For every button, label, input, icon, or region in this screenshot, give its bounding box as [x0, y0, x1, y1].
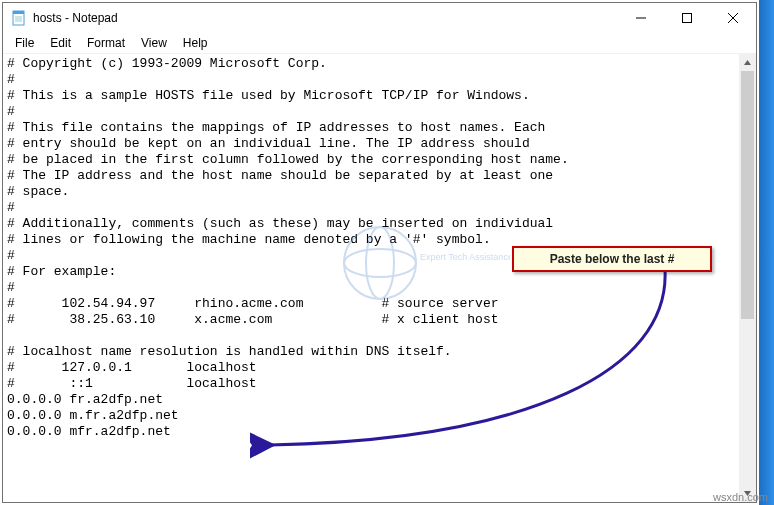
window-title: hosts - Notepad: [33, 11, 118, 25]
svg-rect-1: [13, 11, 24, 14]
menu-edit[interactable]: Edit: [42, 34, 79, 52]
minimize-button[interactable]: [618, 3, 664, 33]
maximize-button[interactable]: [664, 3, 710, 33]
menu-bar: File Edit Format View Help: [3, 33, 756, 53]
menu-format[interactable]: Format: [79, 34, 133, 52]
menu-view[interactable]: View: [133, 34, 175, 52]
close-button[interactable]: [710, 3, 756, 33]
vertical-scrollbar[interactable]: [739, 54, 756, 502]
text-editor[interactable]: # Copyright (c) 1993-2009 Microsoft Corp…: [3, 54, 739, 502]
site-watermark: wsxdn.com: [713, 491, 768, 503]
scroll-track[interactable]: [739, 71, 756, 485]
title-bar[interactable]: hosts - Notepad: [3, 3, 756, 33]
notepad-icon: [11, 10, 27, 26]
menu-help[interactable]: Help: [175, 34, 216, 52]
annotation-callout: Paste below the last #: [512, 246, 712, 272]
menu-file[interactable]: File: [7, 34, 42, 52]
editor-area: # Copyright (c) 1993-2009 Microsoft Corp…: [3, 53, 756, 502]
scroll-up-arrow-icon[interactable]: [739, 54, 756, 71]
scroll-thumb[interactable]: [741, 71, 754, 319]
annotation-text: Paste below the last #: [550, 252, 675, 266]
svg-rect-6: [683, 14, 692, 23]
